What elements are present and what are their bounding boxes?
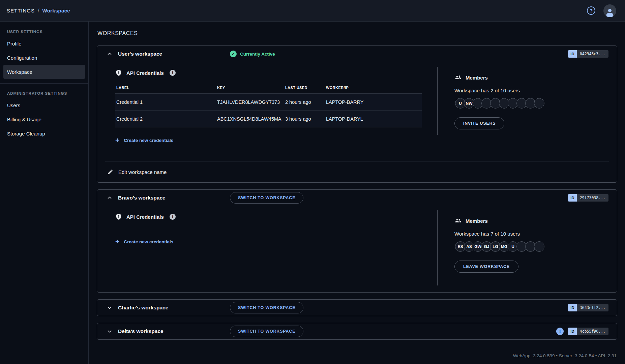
- credential-key: ABC1XNSGL54D8LAW45MA: [217, 116, 285, 122]
- member-avatar-row: U NW: [454, 98, 609, 109]
- member-avatar-empty: [534, 241, 544, 252]
- id-tag: ID: [568, 328, 577, 335]
- workspace-card-header: Bravo's workspace SWITCH TO WORKSPACE ID…: [97, 190, 617, 206]
- credential-worker: LAPTOP-BARRY: [326, 99, 422, 105]
- info-icon[interactable]: i: [170, 214, 176, 220]
- edit-workspace-name-button[interactable]: Edit workspace name: [97, 161, 617, 182]
- workspace-card-header: Charlie's workspace SWITCH TO WORKSPACE …: [97, 300, 617, 316]
- sidebar-divider: [0, 83, 88, 84]
- sidebar: USER SETTINGS Profile Configuration Work…: [0, 22, 89, 364]
- sidebar-item-profile[interactable]: Profile: [3, 36, 85, 51]
- switch-to-workspace-button[interactable]: SWITCH TO WORKSPACE: [230, 326, 303, 337]
- workspace-name: User's workspace: [118, 51, 162, 57]
- main-content: WORKSPACES User's workspace ✓ Currently …: [89, 22, 625, 364]
- create-credentials-label: Create new credentials: [124, 138, 173, 143]
- create-credentials-link[interactable]: + Create new credentials: [115, 135, 429, 145]
- invite-users-button[interactable]: INVITE USERS: [454, 117, 504, 129]
- workspace-id-badge[interactable]: ID 29f73038...: [568, 194, 608, 202]
- help-icon[interactable]: ?: [587, 6, 595, 15]
- sidebar-item-users[interactable]: Users: [3, 98, 85, 112]
- col-header-last-used: LAST USED: [285, 86, 326, 90]
- create-credentials-link[interactable]: + Create new credentials: [115, 237, 429, 246]
- breadcrumb-settings[interactable]: SETTINGS: [7, 8, 35, 13]
- check-circle-icon: ✓: [230, 51, 237, 57]
- collapse-chevron-icon[interactable]: [106, 194, 113, 202]
- workspace-id-badge[interactable]: ID 3643eff2...: [568, 304, 608, 311]
- breadcrumb-separator: /: [38, 8, 39, 14]
- workspace-card-charlie: Charlie's workspace SWITCH TO WORKSPACE …: [97, 299, 617, 316]
- sidebar-heading-admin-settings: ADMINISTRATOR SETTINGS: [0, 88, 88, 98]
- pencil-icon: [107, 169, 113, 175]
- collapse-chevron-icon[interactable]: [106, 50, 113, 58]
- credential-label: Credential 2: [115, 116, 217, 122]
- api-credentials-label: API Credentials: [126, 70, 164, 76]
- switch-to-workspace-button[interactable]: SWITCH TO WORKSPACE: [230, 302, 303, 313]
- id-value: 4cb55f90...: [577, 328, 608, 335]
- workspace-id-badge[interactable]: ID 4cb55f90...: [568, 328, 608, 335]
- workspace-card-delta: Delta's workspace SWITCH TO WORKSPACE ! …: [97, 323, 617, 340]
- topbar-actions: ?: [587, 4, 616, 17]
- group-icon: [454, 74, 462, 81]
- credential-label: Credential 1: [115, 99, 217, 105]
- members-label: Members: [466, 75, 488, 81]
- workspace-card-header: User's workspace ✓ Currently Active ID 0…: [97, 46, 617, 62]
- shield-key-icon: [115, 69, 122, 76]
- expand-chevron-icon[interactable]: [106, 304, 113, 311]
- members-section: Members Workspace has 7 of 10 users ES A…: [437, 210, 617, 285]
- workspace-card-body: API Credentials i LABEL KEY LAST USED WO…: [97, 62, 617, 145]
- workspace-name: Charlie's workspace: [118, 305, 168, 311]
- members-heading: Members: [454, 73, 609, 82]
- plus-icon: +: [115, 238, 119, 245]
- shield-key-icon: [115, 213, 122, 220]
- workspace-card-body: API Credentials i + Create new credentia…: [97, 206, 617, 292]
- workspace-name: Bravo's workspace: [118, 195, 166, 201]
- sidebar-item-configuration[interactable]: Configuration: [3, 51, 85, 65]
- workspace-card-bravo: Bravo's workspace SWITCH TO WORKSPACE ID…: [97, 189, 617, 293]
- top-bar: SETTINGS / Workspace ?: [0, 0, 625, 22]
- sidebar-item-billing[interactable]: Billing & Usage: [3, 112, 85, 126]
- api-credentials-section: API Credentials i LABEL KEY LAST USED WO…: [97, 62, 437, 145]
- id-tag: ID: [568, 304, 577, 311]
- page-title: WORKSPACES: [97, 30, 617, 36]
- col-header-key: KEY: [217, 86, 285, 90]
- expand-chevron-icon[interactable]: [106, 328, 113, 335]
- col-header-worker-ip: WORKER/IP: [326, 86, 422, 90]
- credential-last-used: 2 hours ago: [285, 99, 326, 105]
- api-credentials-label: API Credentials: [126, 214, 164, 220]
- switch-to-workspace-button[interactable]: SWITCH TO WORKSPACE: [230, 192, 303, 204]
- api-credentials-heading: API Credentials i: [115, 69, 429, 77]
- breadcrumb-workspace: Workspace: [42, 8, 70, 13]
- warning-icon[interactable]: !: [556, 328, 564, 335]
- table-row: Credential 2 ABC1XNSGL54D8LAW45MA 3 hour…: [115, 111, 422, 127]
- edit-workspace-name-label: Edit workspace name: [118, 169, 167, 175]
- plus-icon: +: [115, 136, 119, 144]
- user-avatar-icon[interactable]: [603, 4, 616, 17]
- member-avatar-row: ES AS GW GJ LG MG U: [454, 241, 609, 252]
- id-value: 3643eff2...: [577, 304, 608, 311]
- sidebar-item-storage-cleanup[interactable]: Storage Cleanup: [3, 126, 85, 141]
- app-window: SETTINGS / Workspace ? USER SETTINGS Pro…: [0, 0, 625, 364]
- member-avatar-empty: [534, 98, 544, 109]
- id-tag: ID: [568, 194, 577, 202]
- api-credentials-section: API Credentials i + Create new credentia…: [97, 206, 437, 292]
- members-summary: Workspace has 7 of 10 users: [454, 231, 609, 237]
- members-heading: Members: [454, 217, 609, 225]
- table-row: Credential 1 TJAHLVDER8LAWDGY7373 2 hour…: [115, 94, 422, 111]
- status-badge: ✓ Currently Active: [230, 51, 275, 57]
- workspace-card-header: Delta's workspace SWITCH TO WORKSPACE ! …: [97, 323, 617, 339]
- leave-workspace-button[interactable]: LEAVE WORKSPACE: [454, 261, 518, 273]
- id-value: 29f73038...: [577, 194, 608, 202]
- workspace-name: Delta's workspace: [118, 328, 163, 334]
- info-icon[interactable]: i: [170, 70, 176, 76]
- credentials-table-header: LABEL KEY LAST USED WORKER/IP: [115, 86, 422, 94]
- id-tag: ID: [568, 50, 577, 58]
- workspace-card-users: User's workspace ✓ Currently Active ID 0…: [97, 46, 617, 183]
- sidebar-item-workspace[interactable]: Workspace: [3, 65, 85, 79]
- members-label: Members: [466, 218, 488, 224]
- workspace-id-badge[interactable]: ID 042945c3...: [568, 50, 608, 58]
- group-icon: [454, 217, 462, 224]
- version-info: WebApp: 3.24.0-599 • Server: 3.24.0-54 •…: [97, 353, 617, 358]
- credential-key: TJAHLVDER8LAWDGY7373: [217, 99, 285, 105]
- members-section: Members Workspace has 2 of 10 users U NW: [437, 67, 617, 135]
- credential-last-used: 3 hours ago: [285, 116, 326, 122]
